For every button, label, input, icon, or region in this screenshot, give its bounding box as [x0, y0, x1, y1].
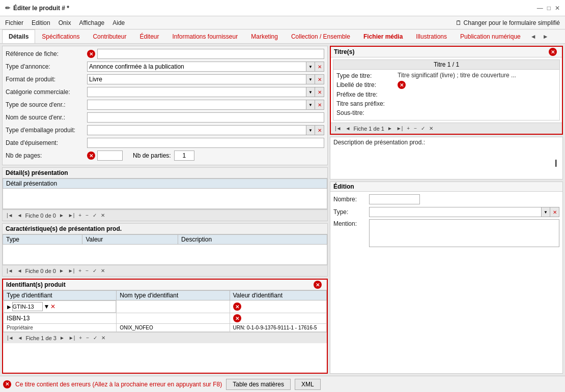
edition-type-clear[interactable]: ✕: [550, 207, 559, 217]
type-emballage-dropdown[interactable]: ▼: [306, 125, 315, 135]
categorie-commerciale-dropdown[interactable]: ▼: [306, 87, 315, 97]
type-annonce-dropdown[interactable]: ▼: [306, 62, 315, 72]
type-source-input[interactable]: [87, 100, 306, 110]
edition-nombre-input[interactable]: [369, 194, 420, 204]
tab-collection[interactable]: Collection / Ensemble: [285, 29, 357, 43]
titres-nav-add[interactable]: +: [406, 126, 411, 131]
ident-row-2[interactable]: Propriétaire ONIX_NOFEO URN: 0-1-0-9-137…: [4, 324, 327, 332]
ident-nav-add[interactable]: +: [78, 335, 83, 341]
menu-fichier[interactable]: Fichier: [5, 19, 23, 26]
tab-fichier-media[interactable]: Fichier média: [357, 29, 409, 43]
detail-nav-prev[interactable]: ◄: [16, 213, 23, 218]
maximize-button[interactable]: □: [547, 5, 551, 12]
type-annonce-clear[interactable]: ✕: [315, 62, 324, 72]
format-produit-input[interactable]: [87, 74, 306, 84]
ident-nav-last[interactable]: ►|: [68, 335, 76, 341]
menu-affichage[interactable]: Affichage: [79, 19, 104, 26]
tab-nav-prev[interactable]: ◄: [527, 29, 540, 43]
tab-details[interactable]: Détails: [2, 29, 35, 43]
tab-nav-next[interactable]: ►: [540, 29, 552, 43]
nom-source-input[interactable]: [87, 112, 324, 123]
tab-editeur[interactable]: Éditeur: [133, 29, 165, 43]
caract-nav-last[interactable]: ►|: [67, 268, 76, 274]
caracteristiques-nav: |◄ ◄ Fiche 0 de 0 ► ►| + − ✓ ✕: [3, 265, 327, 276]
titres-nav-prev[interactable]: ◄: [345, 126, 352, 131]
titres-nav-cancel[interactable]: ✕: [428, 126, 434, 131]
cursor-indicator: I: [554, 158, 557, 169]
ident-nav-delete[interactable]: −: [85, 335, 90, 341]
ident-row-0-valeur[interactable]: ✕: [230, 300, 327, 313]
titres-nav-last[interactable]: ►|: [396, 126, 404, 131]
window-title: Éditer le produit # *: [13, 5, 69, 12]
xml-button[interactable]: XML: [295, 379, 321, 390]
type-emballage-input[interactable]: [87, 125, 306, 135]
type-source-dropdown[interactable]: ▼: [306, 100, 315, 110]
ident-row-0[interactable]: ▶ ▼ ✕ ✕: [4, 300, 327, 313]
tab-illustrations[interactable]: Illustrations: [409, 29, 454, 43]
reference-fiche-input[interactable]: [97, 49, 324, 59]
nb-parties-input[interactable]: [174, 150, 194, 161]
ident-row-0-nom[interactable]: [117, 300, 230, 313]
ident-row-0-type-input[interactable]: [12, 302, 43, 311]
description-area[interactable]: I: [330, 147, 562, 179]
caract-nav-check[interactable]: ✓: [92, 268, 98, 274]
ident-row-0-dropdown[interactable]: ▼: [44, 303, 50, 310]
caracteristiques-table: Type Valeur Description: [3, 234, 327, 265]
detail-nav-check[interactable]: ✓: [92, 213, 98, 218]
titre-libelle-row: Libellé de titre: ✕: [336, 81, 556, 89]
menu-edition[interactable]: Edition: [32, 19, 50, 26]
ident-row-0-type[interactable]: ▶ ▼ ✕: [4, 300, 117, 313]
date-epuisement-input[interactable]: [87, 138, 324, 148]
simplify-link[interactable]: 🗒 Changer pour le formulaire simplifié: [456, 19, 560, 26]
ident-nav-next[interactable]: ►: [59, 335, 66, 341]
detail-nav-add[interactable]: +: [77, 213, 82, 218]
type-annonce-input[interactable]: [87, 62, 306, 72]
menu-onix[interactable]: Onix: [59, 19, 71, 26]
detail-nav-first[interactable]: |◄: [6, 213, 14, 218]
format-produit-dropdown[interactable]: ▼: [306, 74, 315, 84]
tab-specifications[interactable]: Spécifications: [35, 29, 86, 43]
caract-nav-next[interactable]: ►: [58, 268, 65, 274]
ident-nav-cancel[interactable]: ✕: [100, 335, 106, 341]
caract-nav-first[interactable]: |◄: [6, 268, 14, 274]
minimize-button[interactable]: —: [537, 5, 543, 12]
ident-nav-check[interactable]: ✓: [92, 335, 98, 341]
nb-pages-input[interactable]: [97, 150, 123, 161]
ident-nav-first[interactable]: |◄: [6, 335, 15, 341]
tab-publication-numerique[interactable]: Publication numérique: [454, 29, 527, 43]
menu-bar: Fichier Edition Onix Affichage Aide 🗒 Ch…: [0, 16, 565, 29]
ident-row-0-clear[interactable]: ✕: [50, 303, 55, 310]
description-input[interactable]: [332, 148, 560, 176]
detail-nav-delete[interactable]: −: [84, 213, 90, 218]
edition-mention-textarea[interactable]: [369, 219, 559, 247]
tab-marketing[interactable]: Marketing: [244, 29, 285, 43]
detail-nav-last[interactable]: ►|: [67, 213, 76, 218]
type-source-clear[interactable]: ✕: [315, 100, 324, 110]
format-produit-clear[interactable]: ✕: [315, 74, 324, 84]
ident-row-1[interactable]: ISBN-13 ✕: [4, 313, 327, 324]
close-button[interactable]: ✕: [555, 5, 560, 12]
ident-row-1-nom: [117, 313, 230, 324]
titres-nav-first[interactable]: |◄: [334, 126, 343, 131]
categorie-commerciale-clear[interactable]: ✕: [315, 87, 324, 97]
edition-type-input[interactable]: [369, 207, 541, 217]
detail-presentation-table: Détail présentation: [3, 178, 327, 209]
caract-nav-prev[interactable]: ◄: [16, 268, 23, 274]
table-matieres-button[interactable]: Table des matières: [226, 379, 291, 390]
caract-nav-add[interactable]: +: [77, 268, 82, 274]
titres-nav-delete[interactable]: −: [413, 126, 418, 131]
categorie-commerciale-input[interactable]: [87, 87, 306, 97]
ident-nav-prev[interactable]: ◄: [17, 335, 24, 341]
menu-aide[interactable]: Aide: [112, 19, 125, 26]
type-emballage-clear[interactable]: ✕: [315, 125, 324, 135]
titres-nav-next[interactable]: ►: [386, 126, 393, 131]
titres-nav-check[interactable]: ✓: [420, 126, 426, 131]
edition-type-dropdown[interactable]: ▼: [541, 207, 550, 217]
caract-nav-cancel[interactable]: ✕: [100, 268, 106, 274]
bottom-error-text: Ce titre contient des erreurs (Allez à l…: [15, 381, 222, 388]
tab-infos-fournisseur[interactable]: Informations fournisseur: [165, 29, 244, 43]
detail-nav-next[interactable]: ►: [58, 213, 65, 218]
caract-nav-delete[interactable]: −: [84, 268, 90, 274]
detail-nav-cancel[interactable]: ✕: [100, 213, 106, 218]
tab-contributeur[interactable]: Contributeur: [86, 29, 133, 43]
